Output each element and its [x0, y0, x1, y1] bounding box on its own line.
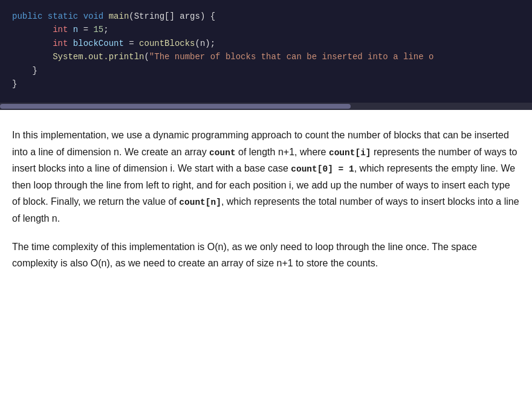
paragraph-2: The time complexity of this implementati…	[12, 239, 520, 271]
scrollbar-thumb	[0, 104, 351, 109]
p1-code-count: count	[209, 148, 236, 158]
paragraph-1: In this implementation, we use a dynamic…	[12, 127, 520, 226]
p1-code-count-i: count[i]	[329, 148, 371, 158]
p1-code-count-n: count[n]	[179, 198, 221, 207]
code-block-wrapper: public static void main(String[] args) {…	[0, 0, 532, 110]
prose-section: In this implementation, we use a dynamic…	[0, 110, 532, 283]
code-content[interactable]: public static void main(String[] args) {…	[0, 10, 532, 103]
p1-text-2: of length n+1, where	[236, 147, 329, 157]
p1-code-count0: count[0] = 1	[291, 164, 354, 174]
scrollbar-area[interactable]	[0, 103, 532, 110]
